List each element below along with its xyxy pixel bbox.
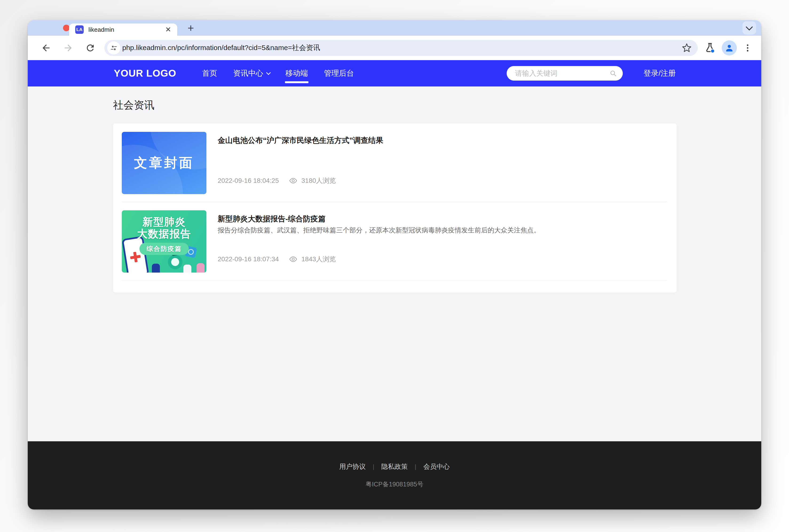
site-favicon: LA	[75, 25, 84, 34]
login-register-link[interactable]: 登录/注册	[643, 68, 676, 78]
nav-item-label: 移动端	[285, 68, 308, 78]
article-list-card: 文章封面 金山电池公布“沪广深市民绿色生活方式”调查结果 2022-09-16 …	[113, 124, 677, 292]
search-icon	[609, 70, 617, 77]
site-footer: 用户协议 | 隐私政策 | 会员中心 粤ICP备19081985号	[28, 441, 761, 510]
nav-menu: 首页 资讯中心 移动端 管理后台	[194, 60, 362, 87]
new-tab-button[interactable]: +	[188, 22, 194, 33]
footer-link-privacy-policy[interactable]: 隐私政策	[381, 462, 408, 471]
article-description: 报告分综合防疫篇、武汉篇、拒绝野味篇三个部分，还原本次新型冠状病毒肺炎疫情发生前…	[218, 225, 667, 235]
footer-links: 用户协议 | 隐私政策 | 会员中心	[339, 462, 450, 471]
person-illustration	[196, 263, 205, 272]
article-meta: 2022-09-16 18:04:25 3180人浏览	[218, 176, 667, 185]
cover-text: 文章封面	[134, 154, 194, 172]
experiments-flask-icon[interactable]	[705, 42, 716, 54]
article-row[interactable]: 新型肺炎 大数据报告 综合防疫篇 新型肺炎大数据报告-综合防疫篇 报告分综合防疫…	[122, 202, 667, 280]
site-logo[interactable]: YOUR LOGO	[114, 68, 176, 79]
person-illustration	[183, 265, 191, 272]
browser-tab[interactable]: LA likeadmin ✕	[69, 23, 177, 36]
article-date: 2022-09-16 18:04:25	[218, 177, 279, 185]
person-illustration	[152, 264, 160, 272]
article-cover[interactable]: 文章封面	[122, 132, 206, 194]
browser-window: LA likeadmin ✕ +	[28, 20, 761, 510]
back-button[interactable]	[36, 38, 56, 58]
tab-strip: LA likeadmin ✕ +	[28, 20, 761, 36]
nav-item-home[interactable]: 首页	[194, 60, 225, 87]
eye-icon	[289, 256, 297, 262]
eye-icon	[289, 178, 297, 184]
article-body: 新型肺炎大数据报告-综合防疫篇 报告分综合防疫篇、武汉篇、拒绝野味篇三个部分，还…	[218, 210, 667, 272]
site-navbar: YOUR LOGO 首页 资讯中心 移动端 管理后台	[28, 60, 761, 87]
site-search-box[interactable]	[507, 66, 623, 81]
nav-item-label: 资讯中心	[233, 68, 263, 78]
url-input[interactable]	[122, 44, 680, 52]
reload-button[interactable]	[80, 38, 100, 58]
article-cover[interactable]: 新型肺炎 大数据报告 综合防疫篇	[122, 210, 206, 272]
browser-menu-icon[interactable]	[743, 43, 752, 53]
watch-illustration	[166, 253, 184, 271]
page-content: 社会资讯 文章封面 金山电池公布“沪广深市民绿色生活方式”调查结果 2022-0…	[28, 87, 761, 441]
cover-badge: 综合防疫篇	[139, 243, 189, 255]
footer-separator: |	[415, 463, 416, 471]
chevron-down-icon	[266, 70, 271, 75]
chevron-down-icon	[746, 23, 753, 31]
article-body: 金山电池公布“沪广深市民绿色生活方式”调查结果 2022-09-16 18:04…	[218, 132, 667, 194]
nav-item-label: 管理后台	[324, 68, 354, 78]
close-window-button[interactable]	[63, 25, 70, 31]
nav-item-news-center[interactable]: 资讯中心	[225, 60, 277, 87]
tab-close-icon[interactable]: ✕	[165, 26, 171, 33]
nav-item-mobile[interactable]: 移动端	[277, 60, 316, 87]
cover-title: 新型肺炎 大数据报告	[122, 216, 206, 240]
article-title[interactable]: 金山电池公布“沪广深市民绿色生活方式”调查结果	[218, 136, 667, 146]
footer-link-user-agreement[interactable]: 用户协议	[339, 462, 365, 471]
tab-search-button[interactable]	[743, 21, 756, 35]
footer-separator: |	[373, 463, 374, 471]
page-title: 社会资讯	[113, 98, 676, 112]
nav-item-admin[interactable]: 管理后台	[316, 60, 362, 87]
site-settings-icon[interactable]	[107, 41, 120, 55]
article-views: 1843人浏览	[301, 255, 336, 264]
forward-button[interactable]	[58, 38, 78, 58]
url-bar[interactable]	[105, 40, 698, 56]
article-row[interactable]: 文章封面 金山电池公布“沪广深市民绿色生活方式”调查结果 2022-09-16 …	[122, 124, 667, 202]
article-date: 2022-09-16 18:07:34	[218, 255, 279, 263]
nav-item-label: 首页	[202, 68, 217, 78]
footer-link-member-center[interactable]: 会员中心	[424, 462, 450, 471]
icp-record-number: 粤ICP备19081985号	[365, 480, 424, 489]
article-title[interactable]: 新型肺炎大数据报告-综合防疫篇	[218, 214, 667, 224]
profile-avatar[interactable]	[722, 40, 737, 55]
browser-toolbar	[28, 36, 761, 60]
bookmark-star-icon[interactable]	[682, 43, 692, 53]
site-viewport: YOUR LOGO 首页 资讯中心 移动端 管理后台	[28, 60, 761, 510]
article-meta: 2022-09-16 18:07:34 1843人浏览	[218, 255, 667, 264]
tab-title: likeadmin	[88, 26, 161, 33]
search-input[interactable]	[515, 69, 609, 77]
toolbar-right-icons	[705, 40, 752, 55]
article-views: 3180人浏览	[301, 176, 336, 185]
